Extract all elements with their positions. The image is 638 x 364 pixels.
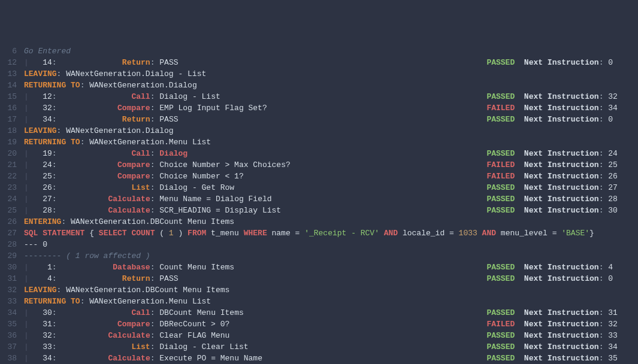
step-status: PASSED <box>486 58 515 67</box>
line-number: 19 <box>0 136 17 148</box>
step-number: 1 <box>34 263 52 272</box>
step-detail: PASS <box>159 274 178 283</box>
code-line: -------- ( 1 row affected ) <box>24 250 638 262</box>
line-number: 17 <box>0 114 17 125</box>
code-line: RETURNING TO: WANextGeneration.Dialog <box>24 80 638 91</box>
next-instruction-label: Next Instruction <box>524 172 599 181</box>
flow-action: ENTERING <box>24 217 61 226</box>
step-status: PASSED <box>486 115 515 124</box>
step-status: PASSED <box>486 206 515 215</box>
step-status: FAILED <box>486 160 515 169</box>
indent-guide: | <box>24 195 34 204</box>
step-number: 33 <box>34 342 52 351</box>
line-number: 12 <box>0 57 17 68</box>
next-instruction-label: Next Instruction <box>524 104 599 113</box>
flow-path: WANextGeneration.Menu List <box>89 297 211 306</box>
code-line: | 34: Calculate: Execute PO = Menu Name … <box>24 353 638 364</box>
step-status: FAILED <box>486 104 515 113</box>
flow-action: RETURNING TO <box>24 297 80 306</box>
line-number: 31 <box>0 273 17 284</box>
step-detail: Dialog <box>159 149 188 158</box>
line-number: 16 <box>0 102 17 114</box>
code-line: | 26: List: Dialog - Get Row PASSED Next… <box>24 182 638 193</box>
line-number: 29 <box>0 250 17 262</box>
step-action: Database <box>113 263 150 272</box>
line-number: 33 <box>0 296 17 307</box>
line-number: 28 <box>0 239 17 250</box>
indent-guide: | <box>24 263 34 272</box>
line-number: 6 <box>0 46 17 57</box>
step-number: 30 <box>34 308 52 317</box>
step-detail: DBCount Menu Items <box>159 308 243 317</box>
step-action: Calculate <box>108 206 150 215</box>
next-instruction-label: Next Instruction <box>524 331 599 340</box>
step-detail: Execute PO = Menu Name <box>159 354 262 363</box>
flow-path: WANextGeneration.Dialog <box>89 81 196 90</box>
flow-action: RETURNING TO <box>24 138 80 147</box>
flow-path: WANextGeneration.Dialog - List <box>66 69 206 78</box>
code-line: | 32: Calculate: Clear FLAG Menu PASSED … <box>24 330 638 341</box>
code-line: | 19: Call: Dialog PASSED Next Instructi… <box>24 148 638 159</box>
flow-action: LEAVING <box>24 69 57 78</box>
step-detail: DBRecCount > 0? <box>159 320 229 329</box>
line-number: 22 <box>0 171 17 182</box>
step-detail: PASS <box>159 115 178 124</box>
next-instruction-value: 35 <box>608 354 618 363</box>
step-detail: SCR_HEADING = Display List <box>159 206 281 215</box>
code-line: | 25: Compare: Choice Number < 1? FAILED… <box>24 171 638 182</box>
step-status: FAILED <box>486 320 515 329</box>
next-instruction-value: 0 <box>608 58 613 67</box>
line-number: 34 <box>0 307 17 318</box>
step-status: PASSED <box>486 274 515 283</box>
code-line: | 24: Compare: Choice Number > Max Choic… <box>24 159 638 171</box>
step-number: 25 <box>34 172 52 181</box>
code-editor: 6121314151617181920212223242526272829303… <box>0 46 638 364</box>
step-status: PASSED <box>486 149 515 158</box>
indent-guide: | <box>24 274 34 283</box>
step-number: 28 <box>34 206 52 215</box>
code-content[interactable]: Go Entered| 14: Return: PASS PASSED Next… <box>24 46 638 364</box>
flow-path: WANextGeneration.Dialog <box>66 126 173 135</box>
next-instruction-value: 0 <box>608 274 613 283</box>
step-status: PASSED <box>486 354 515 363</box>
step-action: Compare <box>117 104 150 113</box>
step-detail: PASS <box>159 58 178 67</box>
indent-guide: | <box>24 331 34 340</box>
step-number: 19 <box>34 149 52 158</box>
indent-guide: | <box>24 149 34 158</box>
code-line: ENTERING: WANextGeneration.DBCount Menu … <box>24 216 638 228</box>
next-instruction-label: Next Instruction <box>524 320 599 329</box>
indent-guide: | <box>24 320 34 329</box>
next-instruction-label: Next Instruction <box>524 354 599 363</box>
step-action: Call <box>131 308 150 317</box>
line-number: 27 <box>0 228 17 239</box>
code-line: | 32: Compare: EMP Log Input Flag Set? F… <box>24 102 638 114</box>
step-detail: Dialog - Clear List <box>159 342 248 351</box>
flow-action: LEAVING <box>24 286 57 295</box>
code-line: LEAVING: WANextGeneration.Dialog - List <box>24 68 638 80</box>
step-action: Return <box>122 115 150 124</box>
line-number: 18 <box>0 125 17 136</box>
indent-guide: | <box>24 342 34 351</box>
step-action: Return <box>122 58 150 67</box>
step-detail: EMP Log Input Flag Set? <box>159 104 267 113</box>
indent-guide: | <box>24 115 34 124</box>
next-instruction-value: 27 <box>608 183 618 192</box>
code-line: | 4: Return: PASS PASSED Next Instructio… <box>24 273 638 284</box>
code-line: SQL STATEMENT { SELECT COUNT ( 1 ) FROM … <box>24 228 638 239</box>
step-action: Call <box>131 149 150 158</box>
indent-guide: | <box>24 354 34 363</box>
line-number: 36 <box>0 330 17 341</box>
code-line: | 14: Return: PASS PASSED Next Instructi… <box>24 57 638 68</box>
next-instruction-value: 25 <box>608 160 618 169</box>
indent-guide: | <box>24 160 34 169</box>
step-status: PASSED <box>486 263 515 272</box>
next-instruction-label: Next Instruction <box>524 308 599 317</box>
step-action: Calculate <box>108 331 150 340</box>
code-line: LEAVING: WANextGeneration.DBCount Menu I… <box>24 284 638 296</box>
line-number: 23 <box>0 182 17 193</box>
step-action: Return <box>122 274 150 283</box>
line-number: 26 <box>0 216 17 228</box>
code-line: RETURNING TO: WANextGeneration.Menu List <box>24 296 638 307</box>
step-detail: Choice Number < 1? <box>159 172 243 181</box>
